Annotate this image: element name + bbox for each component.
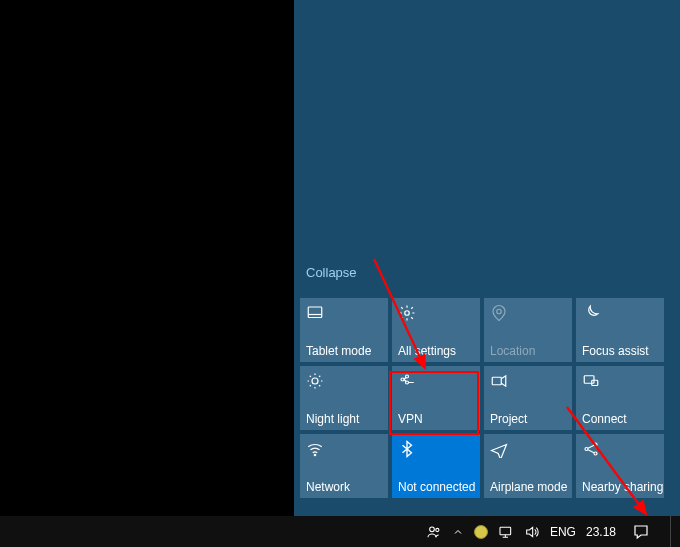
svg-point-2 xyxy=(405,311,410,316)
svg-rect-0 xyxy=(308,307,322,318)
svg-rect-9 xyxy=(584,376,594,384)
screenshot-root: Collapse Tablet modeAll settingsLocation… xyxy=(0,0,680,547)
tile-label: Airplane mode xyxy=(490,480,566,494)
tile-connect[interactable]: Connect xyxy=(576,366,664,430)
svg-point-14 xyxy=(594,452,597,455)
tile-network[interactable]: Network xyxy=(300,434,388,498)
action-center-button[interactable] xyxy=(626,523,656,541)
tile-bluetooth[interactable]: Not connected xyxy=(392,434,480,498)
bluetooth-icon xyxy=(398,440,416,458)
vpn-icon xyxy=(398,372,416,390)
tile-label: VPN xyxy=(398,412,474,426)
tile-label: Focus assist xyxy=(582,344,658,358)
tile-label: Location xyxy=(490,344,566,358)
moon-icon xyxy=(582,304,600,322)
share-icon xyxy=(582,440,600,458)
svg-rect-8 xyxy=(492,377,501,385)
svg-point-17 xyxy=(430,527,435,532)
tile-night-light[interactable]: Night light xyxy=(300,366,388,430)
svg-point-18 xyxy=(436,528,439,531)
tile-nearby-sharing[interactable]: Nearby sharing xyxy=(576,434,664,498)
svg-rect-19 xyxy=(500,527,511,534)
volume-tray-icon[interactable] xyxy=(524,524,540,540)
tile-label: Not connected xyxy=(398,480,474,494)
location-icon xyxy=(490,304,508,322)
tile-tablet-mode[interactable]: Tablet mode xyxy=(300,298,388,362)
action-center-panel: Collapse Tablet modeAll settingsLocation… xyxy=(294,0,680,516)
quick-actions-grid: Tablet modeAll settingsLocationFocus ass… xyxy=(294,298,680,504)
svg-point-12 xyxy=(585,448,588,451)
tile-location[interactable]: Location xyxy=(484,298,572,362)
tile-vpn[interactable]: VPN xyxy=(392,366,480,430)
connect-icon xyxy=(582,372,600,390)
taskbar: ENG 23.18 xyxy=(0,516,680,547)
svg-point-13 xyxy=(594,443,597,446)
language-indicator[interactable]: ENG xyxy=(550,525,576,539)
sun-icon xyxy=(306,372,324,390)
tablet-icon xyxy=(306,304,324,322)
tray-chevron-icon[interactable] xyxy=(452,526,464,538)
collapse-link[interactable]: Collapse xyxy=(294,265,680,280)
tile-label: All settings xyxy=(398,344,474,358)
tile-label: Project xyxy=(490,412,566,426)
tile-label: Connect xyxy=(582,412,658,426)
tile-all-settings[interactable]: All settings xyxy=(392,298,480,362)
tile-focus-assist[interactable]: Focus assist xyxy=(576,298,664,362)
svg-point-5 xyxy=(401,378,404,381)
tile-label: Nearby sharing xyxy=(582,480,658,494)
tile-label: Network xyxy=(306,480,382,494)
people-icon[interactable] xyxy=(426,524,442,540)
clock[interactable]: 23.18 xyxy=(586,525,616,539)
svg-point-4 xyxy=(312,378,318,384)
airplane-icon xyxy=(490,440,508,458)
project-icon xyxy=(490,372,508,390)
svg-point-3 xyxy=(497,309,502,314)
wifi-icon xyxy=(306,440,324,458)
tray-status-icon[interactable] xyxy=(474,525,488,539)
network-tray-icon[interactable] xyxy=(498,524,514,540)
show-desktop-button[interactable] xyxy=(670,516,676,547)
svg-point-11 xyxy=(314,454,316,456)
tile-airplane-mode[interactable]: Airplane mode xyxy=(484,434,572,498)
tile-label: Tablet mode xyxy=(306,344,382,358)
gear-icon xyxy=(398,304,416,322)
tile-label: Night light xyxy=(306,412,382,426)
tile-project[interactable]: Project xyxy=(484,366,572,430)
